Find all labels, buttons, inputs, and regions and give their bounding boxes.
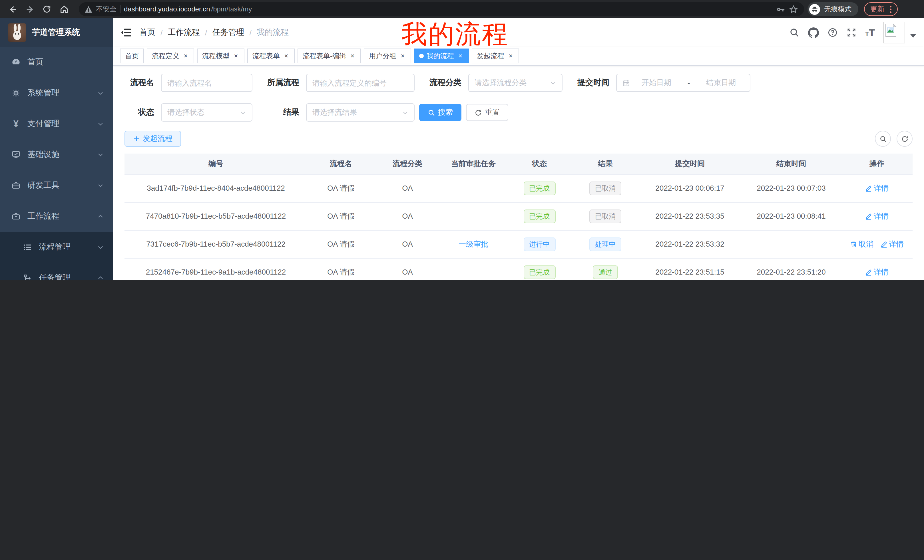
app-logo-row[interactable]: 芋道管理系统	[0, 18, 113, 47]
font-size-icon[interactable]: TT	[865, 28, 875, 37]
page-content: 流程名 所属流程 流程分类 请选择流程分类	[113, 66, 924, 280]
op-label: 详情	[874, 183, 889, 193]
sidebar-item-label: 研发工具	[27, 180, 90, 191]
gear-icon	[11, 88, 21, 97]
sidebar-item-payment[interactable]: ¥ 支付管理	[0, 108, 113, 139]
result-placeholder: 请选择流结果	[312, 107, 399, 118]
op-label: 详情	[874, 267, 889, 277]
cell-ops: 取消详情	[841, 230, 913, 258]
tab-label: 流程模型	[202, 51, 230, 61]
refresh-icon[interactable]	[897, 131, 913, 147]
tab-close-icon[interactable]: ×	[457, 52, 464, 59]
address-separator	[120, 5, 120, 13]
result-tag: 处理中	[590, 237, 621, 251]
tab-close-icon[interactable]: ×	[507, 52, 514, 59]
status-tag: 已完成	[524, 181, 555, 195]
address-bar[interactable]: 不安全 dashboard.yudao.iocoder.cn/bpm/task/…	[79, 2, 804, 16]
cell-result: 通过	[572, 258, 639, 280]
tab-label: 流程定义	[152, 51, 179, 61]
cancel-link[interactable]: 取消	[850, 239, 873, 249]
github-icon[interactable]	[808, 27, 819, 38]
cell-name: OA 请假	[307, 258, 375, 280]
detail-link[interactable]: 详情	[865, 183, 889, 193]
tree-icon	[23, 273, 32, 280]
browser-forward-icon[interactable]	[23, 2, 36, 16]
breadcrumb-separator: /	[160, 28, 163, 37]
process-name-input[interactable]	[161, 73, 252, 92]
breadcrumb-separator: /	[205, 28, 207, 37]
search-icon[interactable]	[789, 27, 800, 38]
browser-home-icon[interactable]	[57, 2, 71, 16]
incognito-label: 无痕模式	[824, 4, 852, 14]
tab-close-icon[interactable]: ×	[232, 52, 239, 59]
sidebar-item-workflow[interactable]: 工作流程	[0, 201, 113, 232]
table-body: 3ad174fb-7b9d-11ec-8404-acde48001122OA 请…	[124, 174, 913, 280]
task-link[interactable]: 一级审批	[459, 239, 488, 249]
detail-link[interactable]: 详情	[865, 211, 889, 221]
tab[interactable]: 流程模型×	[197, 48, 244, 63]
security-label[interactable]: 不安全	[96, 4, 117, 14]
parent-process-input[interactable]	[306, 73, 415, 92]
browser-back-icon[interactable]	[6, 2, 20, 16]
status-tag: 已完成	[524, 209, 555, 223]
table-row: 3ad174fb-7b9d-11ec-8404-acde48001122OA 请…	[124, 174, 913, 202]
avatar-caret-icon[interactable]	[910, 34, 916, 38]
sidebar-item-infra[interactable]: 基础设施	[0, 139, 113, 170]
op-label: 取消	[859, 239, 873, 249]
browser-reload-icon[interactable]	[40, 2, 54, 16]
cell-result: 已取消	[572, 174, 639, 202]
detail-link[interactable]: 详情	[865, 267, 889, 277]
cell-id: 3ad174fb-7b9d-11ec-8404-acde48001122	[124, 174, 307, 202]
password-key-icon[interactable]	[776, 4, 785, 14]
sidebar-item-system[interactable]: 系统管理	[0, 78, 113, 108]
detail-link[interactable]: 详情	[880, 239, 904, 249]
fullscreen-icon[interactable]	[846, 27, 856, 38]
submit-time-range-picker[interactable]: 开始日期 - 结束日期	[616, 73, 750, 92]
tab-close-icon[interactable]: ×	[349, 52, 356, 59]
sidebar-item-devtools[interactable]: 研发工具	[0, 170, 113, 201]
tab-close-icon[interactable]: ×	[283, 52, 290, 59]
status-select[interactable]: 请选择状态	[161, 103, 252, 121]
avatar[interactable]	[884, 22, 905, 43]
table-header-row: 编号流程名流程分类当前审批任务状态结果提交时间结束时间操作	[124, 154, 913, 174]
status-tag: 已完成	[524, 265, 555, 279]
hamburger-icon[interactable]	[121, 28, 131, 37]
bookmark-star-icon[interactable]	[789, 4, 798, 14]
tab[interactable]: 流程定义×	[147, 48, 194, 63]
reset-button[interactable]: 重置	[466, 104, 508, 121]
column-header: 状态	[507, 154, 572, 174]
cell-task	[440, 174, 507, 202]
browser-menu-icon[interactable]	[890, 5, 891, 13]
screen: 不安全 dashboard.yudao.iocoder.cn/bpm/task/…	[0, 0, 924, 280]
list-icon	[23, 243, 32, 252]
sidebar-item-task-mgmt[interactable]: 任务管理	[0, 263, 113, 280]
breadcrumb-item[interactable]: 工作流程	[168, 27, 200, 38]
date-separator: -	[683, 78, 695, 87]
search-button[interactable]: 搜索	[419, 104, 461, 121]
process-table: 编号流程名流程分类当前审批任务状态结果提交时间结束时间操作 3ad174fb-7…	[124, 154, 913, 280]
tab-close-icon[interactable]: ×	[182, 52, 189, 59]
tab[interactable]: 首页	[120, 48, 144, 63]
browser-update-button[interactable]: 更新	[864, 2, 898, 16]
category-select[interactable]: 请选择流程分类	[468, 73, 562, 92]
show-search-icon[interactable]	[875, 131, 891, 147]
sidebar-item-process-mgmt[interactable]: 流程管理	[0, 232, 113, 263]
tab-close-icon[interactable]: ×	[399, 52, 406, 59]
result-label: 结果	[266, 107, 299, 118]
help-icon[interactable]	[828, 27, 838, 38]
warning-icon	[84, 5, 93, 13]
column-header: 流程分类	[375, 154, 440, 174]
tab[interactable]: 流程表单-编辑×	[297, 48, 361, 63]
tab[interactable]: 流程表单×	[247, 48, 295, 63]
sidebar-item-home[interactable]: 首页	[0, 47, 113, 78]
create-process-button[interactable]: 发起流程	[124, 131, 181, 147]
start-date-placeholder[interactable]: 开始日期	[633, 78, 680, 88]
breadcrumb-item[interactable]: 首页	[140, 27, 155, 38]
result-select[interactable]: 请选择流结果	[306, 103, 415, 121]
result-tag: 通过	[593, 265, 618, 279]
end-date-placeholder[interactable]: 结束日期	[698, 78, 744, 88]
annotation-my-process: 我的流程	[402, 17, 509, 51]
column-header: 提交时间	[639, 154, 741, 174]
breadcrumb-item[interactable]: 任务管理	[213, 27, 244, 38]
column-header: 当前审批任务	[440, 154, 507, 174]
